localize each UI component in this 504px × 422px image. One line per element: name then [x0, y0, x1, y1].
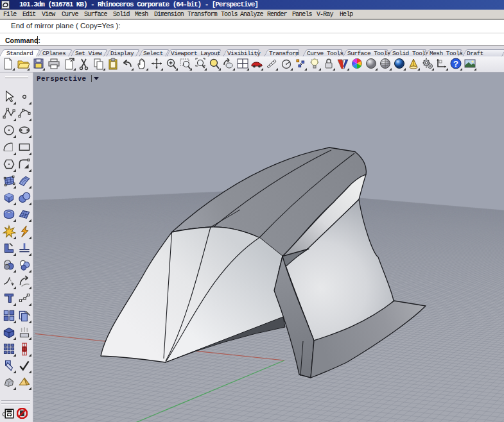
svg-text:?: ?	[453, 59, 458, 69]
